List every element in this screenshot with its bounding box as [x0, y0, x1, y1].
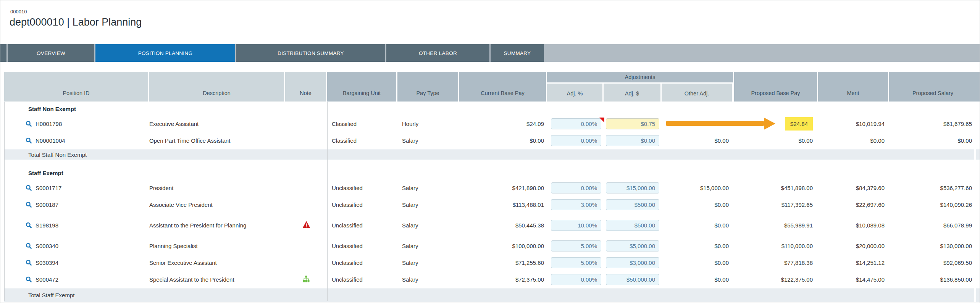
position-id: S000472: [36, 276, 58, 283]
merit-cell: $14,251.12: [816, 254, 887, 271]
adj-pct-input[interactable]: [551, 274, 601, 285]
description-cell: Open Part Time Office Assistant: [149, 132, 285, 149]
tab-bar: OVERVIEW POSITION PLANNING DISTRIBUTION …: [0, 44, 980, 62]
position-id: S000340: [36, 243, 58, 249]
org-chart-icon[interactable]: [303, 276, 310, 284]
pay-type-cell: Salary: [397, 132, 459, 149]
note-cell: [285, 271, 327, 288]
search-icon[interactable]: [26, 137, 32, 144]
proposed-salary-cell: $136,850.00: [887, 271, 974, 288]
proposed-salary-cell: $92,069.50: [887, 254, 974, 271]
merit-cell: $84,379.60: [816, 179, 887, 196]
merit-cell: $14,475.00: [816, 271, 887, 288]
adj-dollar-input[interactable]: [606, 257, 659, 268]
proposed-base-pay-cell: $451,898.00: [732, 179, 816, 196]
description-cell: Executive Assistant: [149, 115, 285, 132]
labor-planning-page: 000010 dept000010 | Labor Planning OVERV…: [0, 0, 980, 303]
note-cell: [285, 179, 327, 196]
table-row: S030394 Senior Executive Assistant Uncla…: [4, 254, 974, 271]
position-id: S000187: [36, 201, 58, 208]
highlight-box: $24.84: [785, 117, 813, 131]
search-icon[interactable]: [26, 222, 32, 229]
search-icon[interactable]: [26, 243, 32, 249]
adj-dollar-input[interactable]: [606, 199, 659, 210]
total-row-staff-non-exempt: Total Staff Non Exempt: [4, 149, 974, 160]
col-header-pay-type: Pay Type: [397, 72, 458, 102]
bargaining-unit-cell: Unclassified: [327, 196, 397, 213]
adj-dollar-input[interactable]: [606, 240, 659, 251]
col-header-other-adj: Other Adj.: [662, 84, 732, 102]
position-id: H0001798: [36, 121, 62, 127]
tab-overview[interactable]: OVERVIEW: [8, 44, 94, 62]
adj-pct-input[interactable]: [551, 118, 601, 129]
table-row: S198198 Assistant to the President for P…: [4, 213, 974, 237]
tab-position-planning[interactable]: POSITION PLANNING: [95, 44, 235, 62]
current-base-pay-cell: $100,000.00: [459, 237, 547, 254]
other-adj-cell: $0.00: [662, 254, 732, 271]
pay-type-cell: Salary: [397, 254, 459, 271]
col-header-current-base-pay: Current Base Pay: [459, 72, 546, 102]
adj-dollar-input[interactable]: [606, 220, 659, 231]
note-cell: [285, 254, 327, 271]
col-header-adj-pct: Adj. %: [547, 84, 602, 102]
pay-type-cell: Salary: [397, 271, 459, 288]
other-adj-cell: $0.00: [662, 271, 732, 288]
current-base-pay-cell: $71,255.60: [459, 254, 547, 271]
position-id: S198198: [36, 222, 58, 229]
adj-dollar-input[interactable]: [606, 118, 659, 129]
search-icon[interactable]: [26, 121, 32, 127]
adj-dollar-input[interactable]: [606, 274, 659, 285]
current-base-pay-cell: $0.00: [459, 132, 547, 149]
adj-dollar-input[interactable]: [606, 135, 659, 146]
proposed-salary-cell: $66,078.99: [887, 213, 974, 237]
description-cell: Assistant to the President for Planning: [149, 213, 285, 237]
adj-pct-input[interactable]: [551, 135, 601, 146]
col-header-adj-dollar: Adj. $: [604, 84, 660, 102]
description-cell: Planning Specialist: [149, 237, 285, 254]
table-header: Position ID Description Note Bargaining …: [4, 72, 980, 102]
annotation-arrow: [666, 121, 764, 126]
table-row: H0001798 Executive Assistant Classified …: [4, 115, 974, 132]
pay-type-cell: Salary: [397, 179, 459, 196]
adj-pct-input[interactable]: [551, 199, 601, 210]
adj-dollar-input[interactable]: [606, 182, 659, 193]
group-label-staff-exempt: Staff Exempt: [4, 166, 974, 179]
search-icon[interactable]: [26, 201, 32, 208]
proposed-base-pay-cell: $122,375.00: [732, 271, 816, 288]
tab-other-labor[interactable]: OTHER LABOR: [386, 44, 489, 62]
tab-summary[interactable]: SUMMARY: [491, 44, 544, 62]
merit-cell: $0.00: [816, 132, 887, 149]
col-header-position-id: Position ID: [4, 72, 148, 102]
search-icon[interactable]: [26, 185, 32, 191]
table-row: S000187 Associate Vice President Unclass…: [4, 196, 974, 213]
tab-distribution-summary[interactable]: DISTRIBUTION SUMMARY: [236, 44, 385, 62]
proposed-base-pay-cell: $77,818.38: [732, 254, 816, 271]
other-adj-cell: $0.00: [662, 196, 732, 213]
group-label-staff-non-exempt: Staff Non Exempt: [4, 102, 974, 115]
note-cell: [285, 196, 327, 213]
other-adj-cell: $0.00: [662, 213, 732, 237]
adj-pct-input[interactable]: [551, 182, 601, 193]
search-icon[interactable]: [26, 276, 32, 283]
col-header-bargaining-unit: Bargaining Unit: [327, 72, 396, 102]
col-header-description: Description: [149, 72, 284, 102]
proposed-salary-cell: $130,000.00: [887, 237, 974, 254]
note-cell: [285, 213, 327, 237]
warning-icon[interactable]: [302, 221, 310, 229]
tab-stub: [0, 44, 6, 62]
adj-pct-input[interactable]: [551, 257, 601, 268]
bargaining-unit-cell: Unclassified: [327, 237, 397, 254]
col-header-proposed-base-pay: Proposed Base Pay: [734, 72, 817, 102]
proposed-base-pay-cell: $110,000.00: [732, 237, 816, 254]
table-row: S000472 Special Assistant to the Preside…: [4, 271, 974, 288]
bargaining-unit-cell: Classified: [327, 115, 397, 132]
adj-pct-input[interactable]: [551, 240, 601, 251]
proposed-salary-cell: $140,090.26: [887, 196, 974, 213]
adj-pct-input[interactable]: [551, 220, 601, 231]
proposed-base-pay-cell: $55,989.91: [732, 213, 816, 237]
merit-cell: $22,697.60: [816, 196, 887, 213]
other-adj-cell: $15,000.00: [662, 179, 732, 196]
search-icon[interactable]: [26, 259, 32, 266]
pay-type-cell: Salary: [397, 196, 459, 213]
table-row: S0001717 President Unclassified Salary $…: [4, 179, 974, 196]
